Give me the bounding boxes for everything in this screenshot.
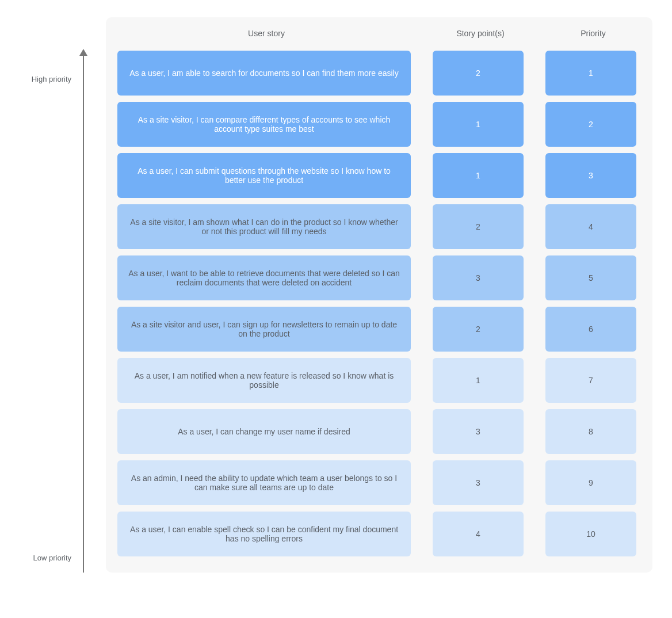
header-user-story: User story <box>120 29 413 38</box>
priority-cell: 2 <box>545 102 636 147</box>
user-story-cell: As a site visitor, I am shown what I can… <box>117 204 411 249</box>
backlog-row: As a user, I am able to search for docum… <box>117 51 641 96</box>
priority-cell: 8 <box>545 409 636 454</box>
story-points-cell: 2 <box>433 204 524 249</box>
backlog-row: As a site visitor, I am shown what I can… <box>117 204 641 249</box>
priority-cell: 6 <box>545 307 636 352</box>
story-points-cell: 2 <box>433 307 524 352</box>
priority-axis: High priority Low priority <box>20 17 106 573</box>
column-headers: User story Story point(s) Priority <box>117 29 641 38</box>
story-points-cell: 1 <box>433 102 524 147</box>
backlog-row: As a site visitor, I can compare differe… <box>117 102 641 147</box>
story-points-cell: 1 <box>433 153 524 198</box>
priority-cell: 7 <box>545 358 636 403</box>
user-story-cell: As an admin, I need the ability to updat… <box>117 460 411 505</box>
priority-cell: 5 <box>545 255 636 300</box>
story-points-cell: 4 <box>433 512 524 556</box>
backlog-rows: As a user, I am able to search for docum… <box>117 51 641 556</box>
backlog-row: As an admin, I need the ability to updat… <box>117 460 641 505</box>
priority-cell: 9 <box>545 460 636 505</box>
story-points-cell: 2 <box>433 51 524 96</box>
header-story-points: Story point(s) <box>435 29 526 38</box>
story-points-cell: 3 <box>433 255 524 300</box>
priority-cell: 4 <box>545 204 636 249</box>
user-story-cell: As a user, I can submit questions throug… <box>117 153 411 198</box>
user-story-cell: As a user, I want to be able to retrieve… <box>117 255 411 300</box>
backlog-row: As a user, I can change my user name if … <box>117 409 641 454</box>
user-story-cell: As a site visitor, I can compare differe… <box>117 102 411 147</box>
priority-cell: 10 <box>545 512 636 556</box>
user-story-cell: As a user, I am notified when a new feat… <box>117 358 411 403</box>
axis-high-label: High priority <box>32 75 71 83</box>
backlog-row: As a user, I want to be able to retrieve… <box>117 255 641 300</box>
backlog-row: As a user, I can submit questions throug… <box>117 153 641 198</box>
user-story-cell: As a user, I can change my user name if … <box>117 409 411 454</box>
backlog-row: As a user, I am notified when a new feat… <box>117 358 641 403</box>
user-story-cell: As a user, I can enable spell check so I… <box>117 512 411 556</box>
backlog-diagram: High priority Low priority User story St… <box>20 17 652 573</box>
backlog-row: As a site visitor and user, I can sign u… <box>117 307 641 352</box>
user-story-cell: As a user, I am able to search for docum… <box>117 51 411 96</box>
header-priority: Priority <box>548 29 639 38</box>
axis-line <box>83 52 84 573</box>
axis-low-label: Low priority <box>33 554 71 562</box>
backlog-panel: User story Story point(s) Priority As a … <box>106 17 652 573</box>
priority-cell: 1 <box>545 51 636 96</box>
story-points-cell: 3 <box>433 409 524 454</box>
user-story-cell: As a site visitor and user, I can sign u… <box>117 307 411 352</box>
story-points-cell: 1 <box>433 358 524 403</box>
priority-cell: 3 <box>545 153 636 198</box>
story-points-cell: 3 <box>433 460 524 505</box>
backlog-row: As a user, I can enable spell check so I… <box>117 512 641 556</box>
